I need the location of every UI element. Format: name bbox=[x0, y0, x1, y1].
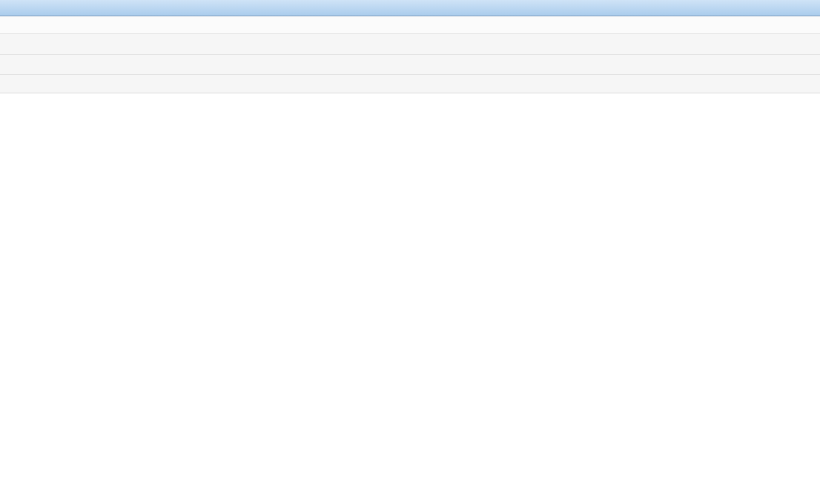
navigation-toolbar bbox=[0, 55, 820, 75]
drawing-toolbar bbox=[0, 75, 820, 93]
main-toolbar bbox=[0, 34, 820, 55]
window-titlebar bbox=[0, 0, 820, 16]
chart-canvas[interactable] bbox=[0, 93, 820, 504]
menubar bbox=[0, 16, 820, 34]
